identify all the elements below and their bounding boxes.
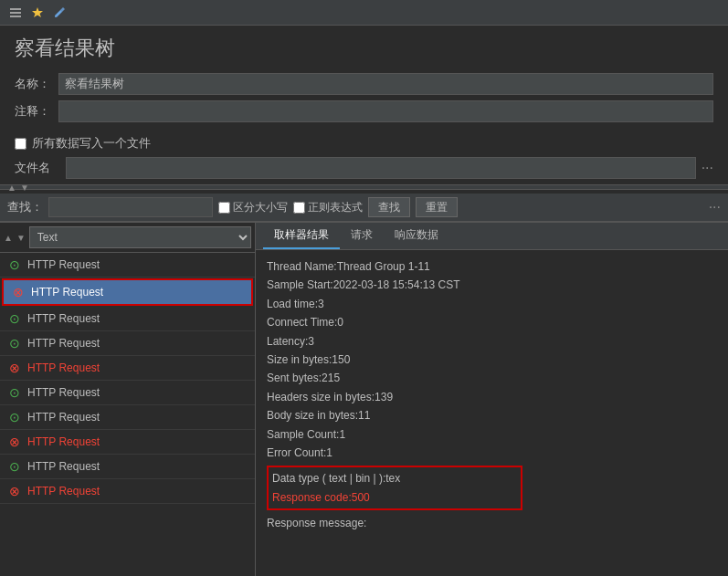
case-sensitive-label: 区分大小写 bbox=[218, 200, 288, 215]
item-label: HTTP Request bbox=[31, 286, 103, 298]
connect-time-line: Connect Time:0 bbox=[267, 313, 717, 331]
case-sensitive-checkbox[interactable] bbox=[218, 202, 230, 214]
highlight-box: ⊗ HTTP Request bbox=[2, 278, 253, 306]
list-item[interactable]: ⊙ HTTP Request bbox=[0, 331, 255, 356]
body-size-line: Body size in bytes:11 bbox=[267, 406, 717, 424]
svg-marker-5 bbox=[55, 7, 65, 17]
chevron-down-icon[interactable]: ▼ bbox=[20, 183, 29, 193]
tab-response-data[interactable]: 响应数据 bbox=[384, 223, 449, 249]
filename-input[interactable] bbox=[66, 157, 696, 179]
status-icon-red: ⊗ bbox=[11, 285, 26, 299]
name-row: 名称： bbox=[15, 73, 713, 95]
comment-row: 注释： bbox=[15, 100, 713, 122]
response-highlight-box: Data type ( text | bin | ):tex Response … bbox=[267, 466, 522, 510]
all-data-label: 所有数据写入一个文件 bbox=[32, 135, 151, 152]
list-item[interactable]: ⊙ HTTP Request bbox=[0, 253, 255, 278]
form-section: 名称： 注释： bbox=[0, 69, 728, 131]
tab-request[interactable]: 请求 bbox=[340, 223, 384, 249]
item-label: HTTP Request bbox=[27, 386, 100, 399]
view-dropdown[interactable]: Text HTML JSON XML CSS bbox=[29, 226, 251, 248]
item-label: HTTP Request bbox=[27, 258, 100, 271]
comment-label: 注释： bbox=[15, 103, 51, 120]
search-label: 查找： bbox=[7, 199, 43, 215]
tab-sampler-result[interactable]: 取样器结果 bbox=[263, 223, 340, 249]
all-data-checkbox[interactable] bbox=[15, 138, 26, 150]
list-item[interactable]: ⊙ HTTP Request bbox=[0, 405, 255, 430]
section-divider: ▲ ▼ bbox=[0, 184, 728, 190]
content-area: ▲ ▼ Text HTML JSON XML CSS ⊙ HTTP Reques… bbox=[0, 222, 728, 576]
list-item[interactable]: ⊙ HTTP Request bbox=[0, 455, 255, 479]
list-item[interactable]: ⊙ HTTP Request bbox=[0, 307, 255, 331]
svg-rect-1 bbox=[10, 12, 21, 14]
data-type-line: Data type ( text | bin | ):tex bbox=[272, 469, 517, 487]
response-code-line: Response code:500 bbox=[272, 488, 517, 507]
svg-rect-0 bbox=[10, 8, 21, 10]
list-item[interactable]: ⊗ HTTP Request bbox=[0, 479, 255, 504]
error-count-line: Error Count:1 bbox=[267, 444, 717, 462]
status-icon-green: ⊙ bbox=[7, 459, 22, 474]
svg-marker-3 bbox=[32, 7, 43, 17]
search-bar: 查找： 区分大小写 正则表达式 查找 重置 ··· bbox=[0, 194, 728, 222]
list-item[interactable]: ⊗ HTTP Request bbox=[0, 356, 255, 381]
item-label: HTTP Request bbox=[27, 411, 100, 424]
edit-icon[interactable] bbox=[51, 5, 68, 21]
sample-count-line: Sample Count:1 bbox=[267, 425, 717, 444]
item-label: HTTP Request bbox=[27, 312, 100, 325]
right-panel: 取样器结果 请求 响应数据 Thread Name:Thread Group 1… bbox=[256, 223, 728, 576]
load-time-line: Load time:3 bbox=[267, 295, 717, 313]
regex-label: 正则表达式 bbox=[293, 200, 363, 215]
headers-size-line: Headers size in bytes:139 bbox=[267, 388, 717, 406]
list-item[interactable]: ⊙ HTTP Request bbox=[0, 381, 255, 405]
item-label: HTTP Request bbox=[27, 460, 100, 473]
name-input[interactable] bbox=[58, 73, 713, 95]
dropdown-row: ▲ ▼ Text HTML JSON XML CSS bbox=[0, 223, 255, 253]
comment-input[interactable] bbox=[58, 100, 713, 122]
list-icon[interactable] bbox=[7, 5, 24, 21]
item-label: HTTP Request bbox=[27, 485, 100, 497]
page-title: 察看结果树 bbox=[0, 26, 728, 69]
status-icon-green: ⊙ bbox=[7, 336, 22, 351]
toolbar bbox=[0, 0, 728, 26]
file-row: 文件名 ··· bbox=[0, 155, 728, 181]
status-icon-green: ⊙ bbox=[7, 410, 22, 424]
size-bytes-line: Size in bytes:150 bbox=[267, 351, 717, 369]
item-label: HTTP Request bbox=[27, 337, 100, 350]
svg-rect-2 bbox=[10, 16, 21, 17]
chevron-up-icon[interactable]: ▲ bbox=[7, 183, 16, 193]
reset-button[interactable]: 重置 bbox=[416, 197, 458, 217]
all-data-row: 所有数据写入一个文件 bbox=[0, 131, 728, 155]
star-icon[interactable] bbox=[29, 5, 46, 21]
filename-label: 文件名 bbox=[15, 160, 51, 176]
item-label: HTTP Request bbox=[27, 435, 100, 448]
status-icon-red: ⊗ bbox=[7, 435, 22, 449]
left-chevron-icon: ▲ bbox=[4, 233, 13, 243]
name-label: 名称： bbox=[15, 76, 51, 92]
sent-bytes-line: Sent bytes:215 bbox=[267, 369, 717, 387]
search-input[interactable] bbox=[48, 197, 213, 217]
status-icon-green: ⊙ bbox=[7, 311, 22, 326]
left-panel: ▲ ▼ Text HTML JSON XML CSS ⊙ HTTP Reques… bbox=[0, 223, 256, 576]
status-icon-red: ⊗ bbox=[7, 484, 22, 498]
left-chevron-down-icon: ▼ bbox=[16, 233, 26, 243]
find-button[interactable]: 查找 bbox=[368, 197, 410, 217]
thread-name-line: Thread Name:Thread Group 1-11 bbox=[267, 257, 717, 276]
list-item[interactable]: ⊗ HTTP Request bbox=[0, 430, 255, 455]
right-tabs: 取样器结果 请求 响应数据 bbox=[256, 223, 728, 250]
regex-checkbox[interactable] bbox=[293, 202, 305, 214]
sample-start-line: Sample Start:2022-03-18 15:54:13 CST bbox=[267, 276, 717, 294]
list-item[interactable]: ⊗ HTTP Request bbox=[4, 280, 251, 304]
dots-menu-top[interactable]: ··· bbox=[702, 160, 713, 176]
status-icon-red: ⊗ bbox=[7, 361, 22, 375]
status-icon-green: ⊙ bbox=[7, 385, 22, 400]
dots-menu-search[interactable]: ··· bbox=[709, 199, 721, 215]
request-list: ⊙ HTTP Request ⊗ HTTP Request ⊙ HTTP Req… bbox=[0, 253, 255, 576]
response-message-line: Response message: bbox=[267, 514, 717, 532]
item-label: HTTP Request bbox=[27, 361, 100, 374]
right-content: Thread Name:Thread Group 1-11 Sample Sta… bbox=[256, 250, 728, 576]
latency-line: Latency:3 bbox=[267, 332, 717, 351]
status-icon-green: ⊙ bbox=[7, 257, 22, 272]
